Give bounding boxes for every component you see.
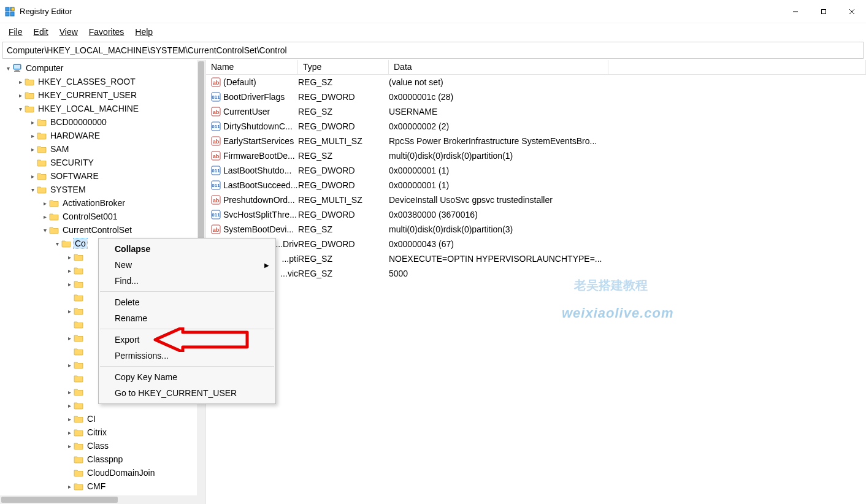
menu-view[interactable]: View — [55, 26, 83, 38]
tree-item[interactable]: ▸HKEY_CLASSES_ROOT — [0, 75, 205, 88]
expand-toggle-icon[interactable]: ▾ — [28, 186, 37, 193]
value-row[interactable]: 011DirtyShutdownC...REG_DWORD0x00000002 … — [206, 119, 866, 134]
tree-item[interactable]: ▾CurrentControlSet — [0, 223, 205, 237]
ctx-delete[interactable]: Delete — [99, 294, 275, 310]
maximize-button[interactable] — [810, 0, 838, 23]
values-list[interactable]: ab(Default)REG_SZ(value not set)011BootD… — [206, 75, 866, 281]
tree-item[interactable]: Classpnp — [0, 452, 205, 466]
expand-toggle-icon[interactable]: ▸ — [28, 132, 37, 139]
value-row[interactable]: 011Driv...REG_DWORD0x00000043 (67) — [206, 237, 866, 251]
tree-item[interactable]: ▸CI — [0, 412, 205, 426]
expand-toggle-icon[interactable]: ▸ — [65, 308, 74, 315]
submenu-arrow-icon: ▶ — [264, 262, 269, 269]
tree-item[interactable]: ▸HKEY_CURRENT_USER — [0, 88, 205, 102]
expand-toggle-icon[interactable]: ▸ — [65, 254, 74, 261]
ctx-collapse[interactable]: Collapse — [99, 241, 275, 257]
ctx-goto-hkcu[interactable]: Go to HKEY_CURRENT_USER — [99, 385, 275, 401]
value-row[interactable]: abSystemBootDevi...REG_SZmulti(0)disk(0)… — [206, 222, 866, 237]
value-row[interactable]: abvic...REG_SZ5000 — [206, 266, 866, 281]
menu-file[interactable]: File — [4, 26, 28, 38]
values-pane: Name Type Data ab(Default)REG_SZ(value n… — [206, 60, 866, 504]
tree-item[interactable]: CloudDomainJoin — [0, 466, 205, 479]
expand-toggle-icon[interactable]: ▸ — [28, 146, 37, 153]
expand-toggle-icon[interactable]: ▸ — [65, 335, 74, 342]
ctx-find[interactable]: Find... — [99, 273, 275, 289]
expand-toggle-icon[interactable]: ▾ — [16, 105, 25, 112]
tree-item[interactable]: ▸Class — [0, 439, 205, 452]
svg-rect-11 — [15, 70, 19, 71]
minimize-button[interactable] — [781, 0, 810, 23]
value-row[interactable]: abFirmwareBootDe...REG_SZmulti(0)disk(0)… — [206, 148, 866, 163]
value-name: PreshutdownOrd... — [223, 195, 298, 205]
folder-icon — [74, 455, 83, 464]
tree-item[interactable]: ▸HARDWARE — [0, 129, 205, 142]
expand-toggle-icon[interactable]: ▸ — [28, 173, 37, 180]
expand-toggle-icon[interactable]: ▾ — [53, 240, 61, 247]
expand-toggle-icon[interactable]: ▸ — [65, 483, 74, 490]
tree-item[interactable]: ▸ActivationBroker — [0, 196, 205, 210]
column-header-type[interactable]: Type — [298, 60, 389, 74]
tree-item[interactable]: ▾SYSTEM — [0, 183, 205, 196]
expand-toggle-icon[interactable]: ▸ — [65, 362, 74, 368]
expand-toggle-icon[interactable]: ▸ — [40, 213, 49, 220]
expand-toggle-icon[interactable]: ▸ — [65, 416, 74, 422]
tree-horizontal-scrollbar[interactable] — [0, 495, 205, 504]
tree-item-label: CI — [86, 414, 97, 424]
value-name: EarlyStartServices — [223, 136, 298, 146]
tree-item[interactable]: ▾HKEY_LOCAL_MACHINE — [0, 102, 205, 115]
expand-toggle-icon[interactable]: ▸ — [65, 402, 74, 409]
value-row[interactable]: 011SvcHostSplitThre...REG_DWORD0x0038000… — [206, 207, 866, 222]
column-header-data[interactable]: Data — [389, 60, 608, 74]
folder-icon — [74, 401, 83, 410]
ctx-copy-key-name[interactable]: Copy Key Name — [99, 369, 275, 385]
value-row[interactable]: 011LastBootSucceed...REG_DWORD0x00000001… — [206, 178, 866, 193]
expand-toggle-icon[interactable]: ▸ — [40, 200, 49, 207]
expand-toggle-icon[interactable]: ▸ — [28, 119, 37, 126]
folder-icon — [49, 226, 59, 234]
value-row[interactable]: ab(Default)REG_SZ(value not set) — [206, 75, 866, 90]
tree-item-label: Co — [74, 239, 87, 248]
value-row[interactable]: 011BootDriverFlagsREG_DWORD0x0000001c (2… — [206, 90, 866, 104]
expand-toggle-icon[interactable]: ▸ — [65, 267, 74, 274]
menu-help[interactable]: Help — [130, 26, 158, 38]
value-row[interactable]: abCurrentUserREG_SZUSERNAME — [206, 104, 866, 119]
tree-item[interactable]: ▸ControlSet001 — [0, 210, 205, 223]
expand-toggle-icon[interactable]: ▾ — [4, 65, 12, 72]
tree-item[interactable]: ▸SAM — [0, 142, 205, 156]
expand-toggle-icon[interactable]: ▸ — [65, 389, 74, 395]
menu-favorites[interactable]: Favorites — [84, 26, 129, 38]
menu-edit[interactable]: Edit — [29, 26, 53, 38]
ctx-export[interactable]: Export — [99, 332, 275, 348]
value-row[interactable]: 011LastBootShutdo...REG_DWORD0x00000001 … — [206, 163, 866, 178]
tree-item[interactable]: ▸BCD00000000 — [0, 115, 205, 129]
expand-toggle-icon[interactable]: ▾ — [40, 227, 49, 234]
tree-item[interactable]: ▾Computer — [0, 61, 205, 75]
value-row[interactable]: abpti...REG_SZNOEXECUTE=OPTIN HYPERVISOR… — [206, 251, 866, 266]
ctx-rename[interactable]: Rename — [99, 310, 275, 326]
value-row[interactable]: abEarlyStartServicesREG_MULTI_SZRpcSs Po… — [206, 134, 866, 148]
value-row[interactable]: abPreshutdownOrd...REG_MULTI_SZDeviceIns… — [206, 193, 866, 207]
expand-toggle-icon[interactable]: ▸ — [65, 429, 74, 436]
tree-item[interactable]: ▸SOFTWARE — [0, 169, 205, 183]
expand-toggle-icon[interactable]: ▸ — [65, 281, 74, 288]
column-header-name[interactable]: Name — [206, 60, 298, 74]
tree-item-label: SECURITY — [49, 158, 95, 167]
tree-item-label: HKEY_LOCAL_MACHINE — [37, 104, 140, 113]
svg-text:ab: ab — [213, 153, 220, 159]
tree-item[interactable]: ▸CMF — [0, 479, 205, 493]
value-type: REG_SZ — [298, 224, 389, 234]
scrollbar-thumb[interactable] — [1, 497, 118, 503]
address-bar[interactable]: Computer\HKEY_LOCAL_MACHINE\SYSTEM\Curre… — [2, 42, 864, 59]
expand-toggle-icon[interactable]: ▸ — [16, 78, 25, 85]
scrollbar-thumb[interactable] — [198, 61, 204, 245]
value-type: REG_MULTI_SZ — [298, 136, 389, 146]
ctx-permissions[interactable]: Permissions... — [99, 348, 275, 364]
folder-icon — [37, 158, 47, 167]
ctx-new[interactable]: New▶ — [99, 257, 275, 273]
expand-toggle-icon[interactable]: ▸ — [65, 443, 74, 449]
tree-item[interactable]: ▸Citrix — [0, 426, 205, 439]
expand-toggle-icon[interactable]: ▸ — [16, 92, 25, 99]
folder-icon — [74, 253, 83, 261]
close-button[interactable] — [838, 0, 866, 23]
tree-item[interactable]: SECURITY — [0, 156, 205, 169]
